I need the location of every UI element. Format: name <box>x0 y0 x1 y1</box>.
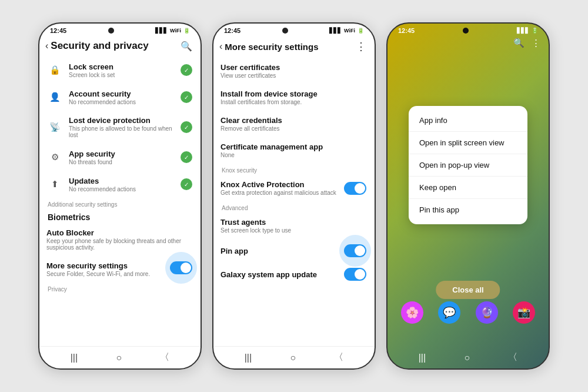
signal-icon-2: ▋▋▋ <box>329 28 342 34</box>
lost-device-icon: 📡 <box>46 119 63 135</box>
advanced-section-label: Advanced <box>213 201 375 212</box>
setting-more-security[interactable]: More security settings Secure Folder, Se… <box>39 256 201 283</box>
phone2-content: ‹ More security settings ⋮ User certific… <box>213 35 375 346</box>
knox-toggle[interactable] <box>344 182 366 195</box>
camera-notch-1 <box>108 28 114 34</box>
phone1-content: ‹ Security and privacy 🔍 🔒 Lock screen S… <box>39 35 201 346</box>
app-security-text: App security No threats found <box>69 150 175 165</box>
pin-app-toggle-ripple <box>344 244 366 257</box>
setting-pin-app[interactable]: Pin app <box>213 239 375 263</box>
account-icon: 👤 <box>46 89 63 105</box>
nav-home-1[interactable]: ○ <box>116 353 122 363</box>
pin-app-toggle[interactable] <box>344 244 366 257</box>
context-pin-app[interactable]: Pin this app <box>409 199 527 221</box>
phone1: 12:45 ▋▋▋ WiFi 🔋 ‹ Security and privacy … <box>38 22 202 370</box>
privacy-label: Privacy <box>39 283 201 294</box>
lock-icon: 🔒 <box>46 62 63 78</box>
account-title: Account security <box>69 89 175 98</box>
nav-recent-2[interactable]: ||| <box>245 353 252 363</box>
setting-lost-device[interactable]: 📡 Lost device protection This phone is a… <box>39 111 201 144</box>
cert-mgmt-title: Certificate management app <box>220 142 366 151</box>
account-check: ✓ <box>181 91 192 103</box>
setting-lock-screen[interactable]: 🔒 Lock screen Screen lock is set ✓ <box>39 57 201 84</box>
more-security-title: More security settings <box>46 261 164 270</box>
nav-recent-3[interactable]: ||| <box>419 353 426 363</box>
status-icons-3: ▋▋▋ 🔋 <box>517 28 538 34</box>
trust-agents-subtitle: Set screen lock type to use <box>220 227 366 234</box>
status-time-1: 12:45 <box>50 27 66 34</box>
more-security-toggle[interactable] <box>170 261 192 274</box>
status-time-3: 12:45 <box>398 27 415 34</box>
setting-account-security[interactable]: 👤 Account security No recommended action… <box>39 84 201 111</box>
setting-knox[interactable]: Knox Active Protection Get extra protect… <box>213 175 375 201</box>
setting-auto-blocker[interactable]: Auto Blocker Keep your phone safe by blo… <box>39 223 201 256</box>
status-bar-3: 12:45 ▋▋▋ 🔋 <box>387 24 549 35</box>
lost-device-subtitle: This phone is allowed to be found when l… <box>69 125 175 138</box>
nav-back-3[interactable]: 〈 <box>508 351 517 364</box>
phone3-search-icon[interactable]: 🔍 <box>513 38 524 48</box>
auto-blocker-subtitle: Keep your phone safe by blocking threats… <box>46 238 192 251</box>
settings-list-1: 🔒 Lock screen Screen lock is set ✓ 👤 Acc… <box>39 57 201 346</box>
context-keep-open[interactable]: Keep open <box>409 177 527 199</box>
page-title-2: More security settings <box>225 42 318 52</box>
wifi-icon: WiFi <box>170 28 181 34</box>
context-app-info[interactable]: App info <box>409 109 527 132</box>
lock-screen-check: ✓ <box>181 64 192 76</box>
context-popup-view[interactable]: Open in pop-up view <box>409 154 527 177</box>
app-icon-blossom[interactable]: 🌸 <box>401 301 423 324</box>
app-icon-camera[interactable]: 📸 <box>513 301 535 324</box>
knox-title: Knox Active Protection <box>220 180 338 189</box>
status-bar-2: 12:45 ▋▋▋ WiFi 🔋 <box>213 24 375 35</box>
updates-subtitle: No recommended actions <box>69 186 175 192</box>
status-bar-1: 12:45 ▋▋▋ WiFi 🔋 <box>39 24 201 35</box>
app-security-check: ✓ <box>181 151 192 163</box>
search-button-1[interactable]: 🔍 <box>181 41 192 52</box>
status-icons-1: ▋▋▋ WiFi 🔋 <box>155 28 190 34</box>
close-all-button[interactable]: Close all <box>436 281 500 299</box>
setting-updates[interactable]: ⬆ Updates No recommended actions ✓ <box>39 171 201 198</box>
back-button-2[interactable]: ‹ <box>219 41 222 52</box>
account-text: Account security No recommended actions <box>69 89 175 105</box>
battery-icon-2: 🔋 <box>358 28 364 34</box>
trust-agents-title: Trust agents <box>220 218 366 227</box>
back-button-1[interactable]: ‹ <box>45 41 48 51</box>
nav-back-2[interactable]: 〈 <box>334 351 343 364</box>
pin-app-title: Pin app <box>220 247 338 255</box>
app-icon-messages[interactable]: 💬 <box>438 301 460 324</box>
context-menu: App info Open in split screen view Open … <box>409 106 527 224</box>
setting-user-certs[interactable]: User certificates View user certificates <box>213 58 375 84</box>
setting-app-security[interactable]: ⚙ App security No threats found ✓ <box>39 144 201 171</box>
nav-home-3[interactable]: ○ <box>464 353 470 363</box>
setting-install-device[interactable]: Install from device storage Install cert… <box>213 84 375 111</box>
battery-icon-3: 🔋 <box>532 28 538 34</box>
phone3-more-icon[interactable]: ⋮ <box>532 38 540 48</box>
trust-agents-text: Trust agents Set screen lock type to use <box>220 218 366 234</box>
galaxy-update-text: Galaxy system app update <box>220 270 338 279</box>
phone1-nav: ||| ○ 〈 <box>39 346 201 368</box>
more-security-subtitle: Secure Folder, Secure Wi-Fi, and more. <box>46 271 164 277</box>
user-certs-title: User certificates <box>220 63 366 72</box>
lost-device-check: ✓ <box>181 121 192 133</box>
battery-icon: 🔋 <box>183 28 190 34</box>
pin-app-text: Pin app <box>220 247 338 255</box>
updates-text: Updates No recommended actions <box>69 177 175 192</box>
galaxy-update-title: Galaxy system app update <box>220 270 338 279</box>
context-split-screen[interactable]: Open in split screen view <box>409 132 527 154</box>
cert-mgmt-text: Certificate management app None <box>220 142 366 158</box>
biometrics-label: Biometrics <box>39 209 201 223</box>
phone3-app-icons: 🌸 💬 🔮 📸 <box>387 298 549 327</box>
setting-clear-credentials[interactable]: Clear credentials Remove all certificate… <box>213 111 375 137</box>
phone2-nav: ||| ○ 〈 <box>213 346 375 368</box>
auto-blocker-title: Auto Blocker <box>46 228 192 237</box>
nav-back-1[interactable]: 〈 <box>160 351 169 364</box>
signal-icon-3: ▋▋▋ <box>517 28 529 34</box>
nav-recent-1[interactable]: ||| <box>71 353 78 363</box>
app-icon-purple[interactable]: 🔮 <box>476 301 498 324</box>
galaxy-toggle[interactable] <box>344 268 366 281</box>
more-options-button[interactable]: ⋮ <box>356 40 366 53</box>
phone3-nav: ||| ○ 〈 <box>387 347 549 368</box>
phone1-header-left: ‹ Security and privacy <box>45 40 149 52</box>
user-certs-subtitle: View user certificates <box>220 72 366 79</box>
setting-cert-mgmt[interactable]: Certificate management app None <box>213 137 375 164</box>
nav-home-2[interactable]: ○ <box>290 353 296 363</box>
